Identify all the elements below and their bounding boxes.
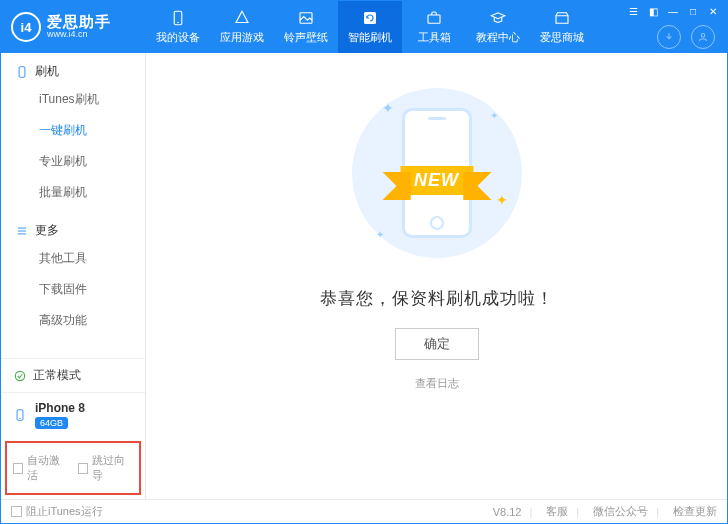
checkbox-label: 自动激活	[27, 453, 68, 483]
success-illustration: ✦ ✦ ✦ ✦ NEW	[337, 83, 537, 263]
device-icon	[15, 65, 29, 79]
nav-label: 教程中心	[476, 30, 520, 45]
minimize-icon[interactable]: —	[667, 5, 679, 17]
phone-icon	[169, 9, 187, 27]
svg-rect-3	[364, 12, 376, 24]
nav-flash[interactable]: 智能刷机	[338, 1, 402, 53]
nav-my-device[interactable]: 我的设备	[146, 1, 210, 53]
version-label: V8.12	[493, 506, 522, 518]
sidebar-item-advanced[interactable]: 高级功能	[1, 305, 145, 336]
skin-icon[interactable]: ◧	[647, 5, 659, 17]
menu-icon[interactable]: ☰	[627, 5, 639, 17]
new-ribbon: NEW	[400, 166, 473, 195]
sparkle-icon: ✦	[382, 100, 394, 116]
sidebar-section-more: 更多	[1, 212, 145, 241]
svg-point-10	[15, 371, 24, 380]
download-button[interactable]	[657, 25, 681, 49]
block-itunes-checkbox[interactable]: 阻止iTunes运行	[11, 504, 103, 519]
list-icon	[15, 224, 29, 238]
sidebar-options-highlighted: 自动激活 跳过向导	[5, 441, 141, 495]
nav-store[interactable]: 爱思商城	[530, 1, 594, 53]
nav-label: 智能刷机	[348, 30, 392, 45]
nav-label: 爱思商城	[540, 30, 584, 45]
status-label: 正常模式	[33, 367, 81, 384]
success-title: 恭喜您，保资料刷机成功啦！	[320, 287, 554, 310]
brand-url: www.i4.cn	[47, 30, 111, 40]
header: i4 爱思助手 www.i4.cn 我的设备 应用游戏 铃声壁纸 智能刷机	[1, 1, 727, 53]
nav-apps[interactable]: 应用游戏	[210, 1, 274, 53]
sidebar-section-flash: 刷机	[1, 53, 145, 82]
sidebar-item-pro-flash[interactable]: 专业刷机	[1, 146, 145, 177]
user-button[interactable]	[691, 25, 715, 49]
nav-label: 工具箱	[418, 30, 451, 45]
checkbox-label: 跳过向导	[92, 453, 133, 483]
sidebar: 刷机 iTunes刷机 一键刷机 专业刷机 批量刷机 更多 其他工具 下载固件 …	[1, 53, 146, 499]
status-bar: 阻止iTunes运行 V8.12 | 客服 | 微信公众号 | 检查更新	[1, 499, 727, 523]
device-storage-badge: 64GB	[35, 417, 68, 429]
brand: i4 爱思助手 www.i4.cn	[1, 1, 146, 53]
sidebar-item-onekey-flash[interactable]: 一键刷机	[1, 115, 145, 146]
ok-button[interactable]: 确定	[395, 328, 479, 360]
sidebar-item-download-fw[interactable]: 下载固件	[1, 274, 145, 305]
store-icon	[553, 9, 571, 27]
nav-label: 铃声壁纸	[284, 30, 328, 45]
sparkle-icon: ✦	[496, 192, 508, 208]
svg-point-5	[701, 34, 705, 38]
apps-icon	[233, 9, 251, 27]
maximize-icon[interactable]: □	[687, 5, 699, 17]
svg-rect-6	[19, 66, 25, 77]
nav-label: 我的设备	[156, 30, 200, 45]
sidebar-section-title: 更多	[35, 222, 59, 239]
sidebar-status[interactable]: 正常模式	[1, 358, 145, 392]
support-link[interactable]: 客服	[546, 504, 568, 519]
refresh-icon	[361, 9, 379, 27]
sidebar-item-batch-flash[interactable]: 批量刷机	[1, 177, 145, 208]
window-controls: ☰ ◧ — □ ✕	[627, 5, 719, 17]
wechat-link[interactable]: 微信公众号	[593, 504, 648, 519]
device-name: iPhone 8	[35, 401, 85, 415]
nav-tutorials[interactable]: 教程中心	[466, 1, 530, 53]
status-ok-icon	[13, 369, 27, 383]
nav-label: 应用游戏	[220, 30, 264, 45]
graduation-icon	[489, 9, 507, 27]
close-icon[interactable]: ✕	[707, 5, 719, 17]
check-update-link[interactable]: 检查更新	[673, 504, 717, 519]
image-icon	[297, 9, 315, 27]
view-log-link[interactable]: 查看日志	[415, 376, 459, 391]
sparkle-icon: ✦	[490, 110, 498, 121]
sidebar-item-other-tools[interactable]: 其他工具	[1, 243, 145, 274]
checkbox-label: 阻止iTunes运行	[26, 504, 103, 519]
nav-toolbox[interactable]: 工具箱	[402, 1, 466, 53]
sidebar-item-itunes-flash[interactable]: iTunes刷机	[1, 84, 145, 115]
nav-ringtones[interactable]: 铃声壁纸	[274, 1, 338, 53]
svg-rect-4	[428, 15, 440, 23]
toolbox-icon	[425, 9, 443, 27]
brand-logo-icon: i4	[11, 12, 41, 42]
brand-title: 爱思助手	[47, 14, 111, 31]
sidebar-section-title: 刷机	[35, 63, 59, 80]
skip-guide-checkbox[interactable]: 跳过向导	[78, 453, 133, 483]
sparkle-icon: ✦	[376, 229, 384, 240]
sidebar-device[interactable]: iPhone 8 64GB	[1, 392, 145, 437]
device-icon	[13, 406, 27, 424]
main-content: ✦ ✦ ✦ ✦ NEW 恭喜您，保资料刷机成功啦！ 确定 查看日志	[146, 53, 727, 499]
auto-activate-checkbox[interactable]: 自动激活	[13, 453, 68, 483]
ribbon-text: NEW	[400, 166, 473, 195]
